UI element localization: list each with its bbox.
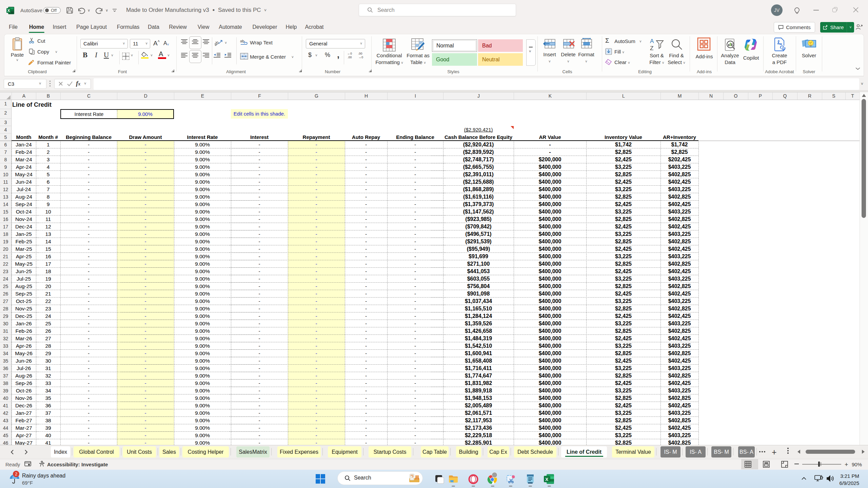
svg-text:X: X (545, 477, 548, 482)
svg-text:A: A (650, 38, 654, 44)
svg-text:Z: Z (650, 45, 653, 52)
svg-text:→0: →0 (358, 56, 363, 59)
svg-text:.00: .00 (348, 56, 352, 59)
svg-text:←0: ←0 (347, 52, 352, 55)
svg-text:X: X (7, 8, 10, 13)
svg-text:.00: .00 (358, 52, 362, 55)
